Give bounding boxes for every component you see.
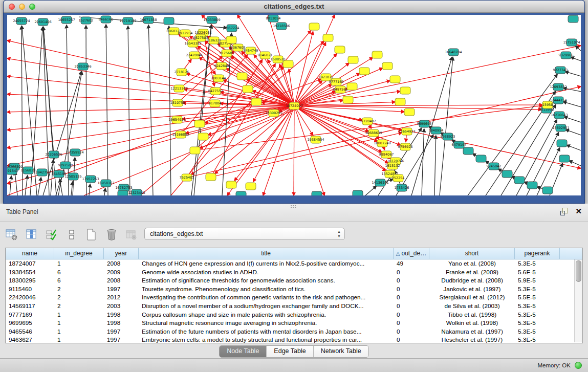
network-node[interactable] — [404, 108, 415, 116]
network-node[interactable]: 7857224 — [225, 25, 239, 32]
network-node[interactable] — [400, 87, 410, 94]
network-node[interactable]: 8466160 — [99, 16, 114, 23]
table-row[interactable]: 1938455462009Genome-wide association stu… — [6, 268, 582, 277]
network-node[interactable]: 17359924 — [67, 149, 83, 156]
column-header-title[interactable]: title — [139, 248, 394, 259]
network-node[interactable] — [335, 46, 345, 53]
network-node[interactable]: 12323448 — [128, 189, 145, 195]
network-node[interactable] — [514, 177, 525, 184]
network-node[interactable]: 9884067 — [379, 151, 394, 158]
network-node[interactable] — [359, 68, 369, 75]
network-node[interactable] — [343, 96, 353, 103]
network-node[interactable]: 8912954 — [178, 30, 193, 37]
network-node[interactable] — [226, 181, 236, 188]
network-node[interactable]: 2803144 — [211, 75, 226, 82]
unselect-columns-icon[interactable] — [65, 228, 78, 242]
table-scrollbar[interactable] — [574, 259, 582, 342]
network-node[interactable]: 9297588 — [58, 162, 73, 169]
network-node[interactable] — [283, 60, 293, 68]
network-node[interactable] — [251, 98, 262, 105]
network-node[interactable] — [372, 51, 382, 58]
table-scrollbar-thumb[interactable] — [576, 260, 581, 282]
network-canvas[interactable]: 2405572420691406106552571527602846616010… — [7, 15, 581, 195]
table-row[interactable]: 977716911998Corpus callosum shape and si… — [6, 311, 582, 319]
network-node[interactable]: 16543382 — [184, 40, 201, 47]
network-node[interactable]: 15751074 — [563, 39, 580, 46]
network-node[interactable] — [309, 23, 319, 30]
network-node[interactable] — [312, 191, 322, 195]
network-node[interactable] — [347, 83, 357, 90]
network-node[interactable]: 24055724 — [13, 17, 30, 25]
network-node[interactable]: 22420046 — [186, 52, 203, 59]
network-node[interactable]: 19218586 — [273, 23, 290, 30]
network-node[interactable]: 391541 — [7, 167, 18, 174]
column-header-year[interactable]: year — [104, 248, 139, 259]
network-node[interactable]: 17957253 — [82, 176, 99, 183]
column-header-in_degree[interactable]: in_degree — [54, 248, 104, 259]
network-node[interactable]: 16210643 — [551, 112, 568, 119]
network-node[interactable] — [463, 147, 473, 155]
network-node[interactable]: 9242848 — [214, 62, 229, 70]
column-header-name[interactable]: name — [6, 248, 54, 259]
table-row[interactable]: 2242004622012Investigating the contribut… — [6, 293, 582, 302]
network-node[interactable]: 1733426 — [395, 184, 409, 191]
network-node[interactable] — [190, 147, 200, 154]
tab-edge-table[interactable]: Edge Table — [267, 346, 313, 357]
table-row[interactable]: 1830029562008Estimation of significance … — [6, 276, 582, 285]
network-node[interactable]: 1527602 — [79, 17, 94, 24]
table-row[interactable]: 1872400712008Changes of HCN gene express… — [6, 259, 582, 268]
delete-icon[interactable] — [105, 228, 118, 242]
network-node[interactable] — [390, 76, 400, 83]
network-node[interactable]: 9329966 — [559, 52, 574, 59]
network-node[interactable] — [118, 190, 128, 195]
network-node[interactable]: 917004 — [209, 100, 222, 107]
table-selector-dropdown[interactable]: citations_edges.txt ▲▼ — [144, 228, 345, 240]
window-titlebar[interactable]: citations_edges.txt — [4, 1, 584, 13]
network-node[interactable] — [559, 155, 570, 162]
new-file-icon[interactable] — [85, 228, 98, 242]
network-node[interactable] — [198, 133, 208, 140]
network-node[interactable]: 9756928 — [398, 143, 413, 150]
network-node[interactable]: 10719185 — [119, 17, 136, 25]
table-mode-icon[interactable] — [5, 228, 18, 242]
network-node[interactable]: 8454749 — [244, 47, 258, 54]
network-node[interactable] — [353, 190, 363, 195]
close-panel-icon[interactable]: ✕ — [575, 207, 582, 215]
network-node[interactable]: 20691406 — [34, 18, 51, 26]
network-node[interactable] — [527, 182, 537, 189]
network-node[interactable]: 9175685 — [220, 50, 234, 57]
table-row[interactable]: 946554611997Estimation of the future num… — [6, 327, 582, 336]
network-node[interactable]: 8813054 — [266, 15, 281, 22]
network-node[interactable]: 2718126 — [175, 69, 189, 76]
network-node[interactable]: 1615132 — [385, 162, 400, 169]
network-node[interactable] — [557, 140, 567, 147]
node-table[interactable]: namein_degreeyeartitle△out_de…shortpager… — [5, 248, 583, 343]
network-node[interactable]: 1156829 — [21, 167, 36, 174]
network-node[interactable]: 7525401 — [180, 174, 194, 181]
network-node[interactable]: 12213343 — [170, 85, 187, 92]
tab-node-table[interactable]: Node Table — [220, 346, 267, 357]
network-node[interactable]: 13942757 — [33, 169, 50, 176]
network-node[interactable] — [237, 73, 247, 80]
network-node[interactable]: 19384554 — [307, 136, 324, 143]
table-row[interactable]: 911546021997Tourette syndrome. Phenomeno… — [6, 285, 582, 294]
network-node[interactable]: 252254 — [392, 174, 405, 182]
column-header-pagerank[interactable]: pagerank — [515, 248, 560, 259]
select-all-columns-icon[interactable] — [45, 228, 58, 242]
network-node[interactable]: 18807249 — [374, 140, 390, 147]
network-node[interactable]: 16033809 — [203, 16, 220, 24]
float-panel-icon[interactable] — [560, 207, 568, 215]
network-node[interactable] — [395, 98, 405, 105]
network-node[interactable] — [382, 62, 393, 70]
column-header-out_de[interactable]: △out_de… — [394, 248, 429, 259]
show-columns-icon[interactable] — [25, 228, 38, 242]
network-node[interactable] — [568, 15, 578, 23]
network-node[interactable]: 9227343 — [553, 67, 568, 74]
network-node[interactable] — [246, 183, 256, 190]
panel-resize-grip[interactable] — [290, 205, 296, 208]
network-node[interactable] — [206, 173, 216, 181]
network-node[interactable] — [542, 187, 553, 194]
network-node[interactable]: 1840954 — [429, 127, 444, 134]
table-row[interactable]: 946362711997Embryonic stem cells: a mode… — [6, 336, 582, 343]
network-node[interactable]: 10655257 — [58, 16, 75, 24]
